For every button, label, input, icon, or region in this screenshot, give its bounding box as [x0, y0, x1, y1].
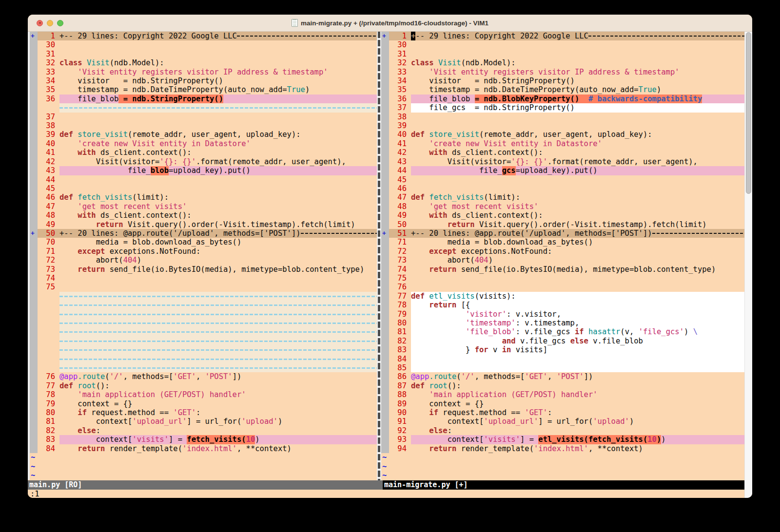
code-segment: except	[78, 247, 105, 256]
command-line[interactable]: :1	[28, 490, 744, 498]
vim-pane-left[interactable]: +1+-- 29 lines: Copyright 2022 Google LL…	[28, 32, 377, 480]
line-text: 'Visit entity registers visitor IP addre…	[59, 68, 377, 76]
fold-marker[interactable]: +	[30, 229, 38, 238]
line-text: } for v in visits]	[411, 345, 744, 354]
code-line: 34 visitor = ndb.StringProperty()	[381, 76, 744, 85]
fold-line[interactable]: +1+-- 29 lines: Copyright 2022 Google LL…	[381, 32, 744, 40]
code-segment: etl_visits(fetch_visits(	[538, 435, 647, 444]
fold-column	[381, 247, 389, 256]
code-line: 73 abort(404)	[381, 256, 744, 265]
line-number	[38, 292, 59, 301]
code-segment: +	[411, 32, 415, 40]
code-line: 39	[381, 121, 744, 130]
code-segment: 'main application (GET/POST) handler'	[78, 390, 246, 399]
code-segment: def	[59, 130, 73, 139]
code-segment: root	[429, 381, 447, 390]
code-line: 37 file_gcs = ndb.StringProperty()	[381, 103, 744, 112]
fold-column	[30, 130, 38, 139]
close-button[interactable]	[37, 20, 43, 26]
code-segment: ] = url_for(	[187, 417, 241, 426]
code-segment: (	[105, 372, 109, 381]
fold-column	[30, 68, 38, 76]
scrollbar-thumb[interactable]	[746, 32, 751, 194]
empty-buffer-line: ~	[28, 471, 377, 480]
code-segment: with	[429, 211, 447, 220]
fold-marker[interactable]: +	[381, 229, 389, 238]
line-number: 41	[38, 148, 59, 157]
fold-marker[interactable]: +	[381, 32, 389, 40]
line-number: 45	[38, 184, 59, 193]
code-line: 49 return Visit.query().order(-Visit.tim…	[28, 220, 377, 229]
title-bar[interactable]: main-migrate.py + (/private/tmp/mod16-cl…	[28, 15, 752, 32]
code-segment: (limit):	[484, 193, 520, 202]
line-number: 84	[389, 355, 411, 363]
code-segment: class	[411, 58, 434, 67]
code-segment: -- 29 lines: Copyright 2022 Google LLC	[415, 32, 588, 40]
line-number: 37	[389, 103, 411, 112]
vim-pane-right[interactable]: +1+-- 29 lines: Copyright 2022 Google LL…	[381, 32, 744, 480]
fold-column	[30, 113, 38, 121]
code-segment: 'GET'	[173, 372, 196, 381]
code-line: 32class Visit(ndb.Model):	[28, 58, 377, 67]
code-segment	[59, 220, 96, 229]
deleted-line-dashes	[59, 355, 377, 363]
code-segment: ] =	[169, 435, 187, 444]
code-segment: (v,	[620, 327, 638, 336]
scrollbar[interactable]	[744, 32, 752, 498]
code-segment: 'index.html'	[534, 444, 588, 453]
code-line: 41 'create new Visit entity in Datastore…	[381, 139, 744, 148]
code-segment: .format(remote_addr, user_agent),	[196, 157, 346, 166]
code-segment: True	[639, 85, 657, 94]
line-number: 85	[389, 363, 411, 372]
line-number: 71	[38, 247, 59, 256]
code-segment	[411, 426, 429, 435]
line-text	[59, 355, 377, 363]
fold-column	[381, 184, 389, 193]
line-text: def fetch_visits(limit):	[59, 193, 377, 202]
code-line: 49 with ds_client.context():	[381, 211, 744, 220]
code-line: 72 except exceptions.NotFound:	[381, 247, 744, 256]
code-segment: return	[78, 444, 105, 453]
code-line: 40def store_visit(remote_addr, user_agen…	[381, 130, 744, 139]
fold-line[interactable]: +50+-- 20 lines: @app.route('/upload', m…	[28, 229, 377, 238]
fold-line[interactable]: +51+-- 20 lines: @app.route('/upload', m…	[381, 229, 744, 238]
fold-column	[30, 408, 38, 417]
fold-line[interactable]: +1+-- 29 lines: Copyright 2022 Google LL…	[28, 32, 377, 40]
minimize-button[interactable]	[47, 20, 53, 26]
line-number: 89	[389, 399, 411, 408]
line-text: return render_template('index.html', **c…	[59, 444, 377, 453]
fold-marker[interactable]: +	[30, 32, 38, 40]
traffic-lights	[37, 15, 63, 31]
line-number: 74	[389, 265, 411, 274]
code-segment: Visit.query().order(-Visit.timestamp).fe…	[123, 220, 355, 229]
line-number: 44	[389, 166, 411, 175]
fold-column	[381, 40, 389, 49]
code-segment: timestamp = ndb.DateTimeProperty(auto_no…	[411, 85, 639, 94]
status-row: main.py [RO] main-migrate.py [+]	[28, 480, 744, 490]
code-segment	[59, 444, 78, 453]
code-segment: ])	[584, 372, 593, 381]
code-segment: 404	[123, 256, 137, 265]
line-number: 79	[389, 310, 411, 319]
code-segment: ():	[448, 381, 461, 390]
line-number: 30	[38, 40, 59, 49]
fold-column	[381, 283, 389, 291]
code-segment: else	[78, 426, 96, 435]
code-segment	[73, 193, 78, 202]
line-number	[38, 103, 59, 112]
code-segment: :	[196, 408, 200, 417]
line-text	[59, 301, 377, 309]
code-segment: visitor = ndb.StringProperty()	[59, 76, 223, 85]
line-number: 77	[38, 381, 59, 390]
code-segment: 'create new Visit entity in Datastore'	[78, 139, 251, 148]
code-segment	[411, 337, 502, 345]
code-segment: : v.visitor,	[507, 310, 561, 319]
fold-column	[381, 76, 389, 85]
pane-separator[interactable]	[377, 32, 381, 480]
zoom-button[interactable]	[57, 20, 63, 26]
line-text: media = blob.download_as_bytes()	[411, 238, 744, 247]
code-line: 39def store_visit(remote_addr, user_agen…	[28, 130, 377, 139]
code-line: 78 return [{	[381, 301, 744, 309]
fold-column	[30, 426, 38, 435]
line-number: 80	[389, 319, 411, 327]
